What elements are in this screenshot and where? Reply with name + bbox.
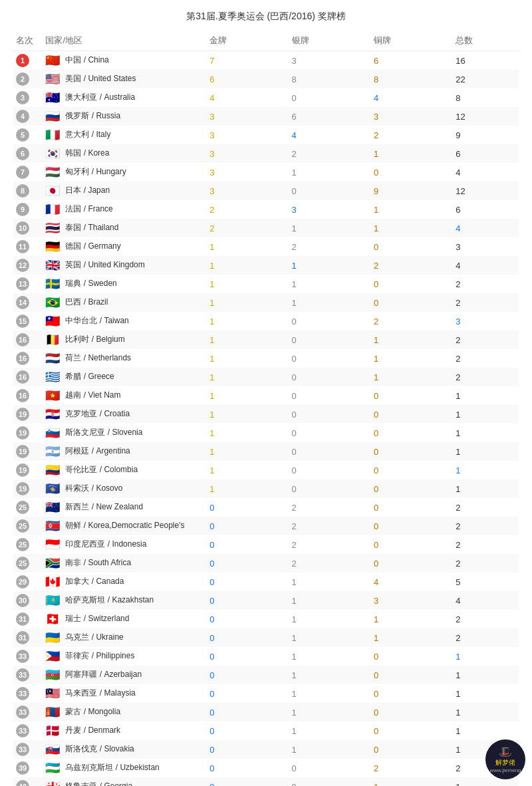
flag-icon: 🇺🇿 — [45, 763, 61, 773]
country-name: 阿根廷 / Argentina — [65, 446, 130, 457]
bronze-value: 0 — [371, 517, 453, 535]
flag-icon: 🇦🇷 — [45, 446, 61, 457]
country-name: 越南 / Viet Nam — [65, 390, 120, 401]
gold-value: 0 — [207, 759, 289, 777]
bronze-value: 2 — [371, 312, 453, 330]
medal-table: 名次 国家/地区 金牌 银牌 铜牌 总数 1🇨🇳中国 / China736162… — [13, 31, 519, 786]
flag-icon: 🇺🇦 — [45, 632, 61, 643]
gold-value: 1 — [207, 293, 289, 312]
silver-value: 1 — [289, 684, 371, 703]
bronze-value: 0 — [371, 554, 453, 573]
silver-value: 0 — [289, 88, 371, 107]
flag-icon: 🇻🇳 — [45, 390, 61, 401]
country-cell: 🇨🇳中国 / China — [43, 51, 207, 70]
country-name: 中华台北 / Taiwan — [65, 316, 128, 327]
country-cell: 🇿🇦南非 / South Africa — [43, 554, 207, 573]
flag-icon: 🇰🇵 — [45, 521, 61, 531]
rank-cell: 9 — [13, 200, 43, 219]
silver-value: 1 — [289, 628, 371, 647]
total-value: 1 — [453, 703, 519, 721]
total-value: 2 — [453, 498, 519, 517]
bronze-value: 3 — [371, 591, 453, 610]
table-row: 13🇸🇪瑞典 / Sweden1102 — [13, 275, 519, 293]
bronze-value: 1 — [371, 330, 453, 349]
country-cell: 🇬🇧英国 / United Kingdom — [43, 256, 207, 275]
country-name: 中国 / China — [65, 55, 108, 66]
country-name: 乌克兰 / Ukraine — [65, 632, 123, 643]
table-row: 3🇦🇺澳大利亚 / Australia4048 — [13, 88, 519, 107]
country-name: 巴西 / Brazil — [65, 297, 108, 308]
silver-value: 1 — [289, 666, 371, 684]
bronze-value: 0 — [371, 405, 453, 424]
gold-value: 0 — [207, 721, 289, 740]
silver-value: 2 — [289, 535, 371, 554]
table-row: 39🇺🇿乌兹别克斯坦 / Uzbekistan0022 — [13, 759, 519, 777]
gold-value: 4 — [207, 88, 289, 107]
gold-value: 1 — [207, 256, 289, 275]
country-cell: 🇺🇸美国 / United States — [43, 70, 207, 88]
total-value: 4 — [453, 256, 519, 275]
total-value: 1 — [453, 721, 519, 740]
country-cell: 🇳🇱荷兰 / Netherlands — [43, 349, 207, 368]
gold-value: 1 — [207, 386, 289, 405]
flag-icon: 🇺🇸 — [45, 74, 61, 84]
country-cell: 🇰🇷韩国 / Korea — [43, 144, 207, 163]
silver-value: 2 — [289, 517, 371, 535]
rank-cell: 19 — [13, 424, 43, 442]
bronze-value: 0 — [371, 647, 453, 666]
country-name: 澳大利亚 / Australia — [65, 92, 135, 103]
country-cell: 🇰🇿哈萨克斯坦 / Kazakhstan — [43, 591, 207, 610]
gold-value: 3 — [207, 144, 289, 163]
country-name: 美国 / United States — [65, 74, 136, 84]
country-cell: 🇮🇩印度尼西亚 / Indonesia — [43, 535, 207, 554]
gold-value: 0 — [207, 628, 289, 647]
country-cell: 🇽🇰科索沃 / Kosovo — [43, 479, 207, 498]
bronze-value: 1 — [371, 777, 453, 786]
flag-icon: 🇨🇴 — [45, 465, 61, 475]
rank-cell: 31 — [13, 628, 43, 647]
gold-value: 2 — [207, 200, 289, 219]
table-row: 9🇫🇷法国 / France2316 — [13, 200, 519, 219]
total-value: 22 — [453, 70, 519, 88]
country-cell: 🇩🇪德国 / Germany — [43, 237, 207, 256]
flag-icon: 🇨🇭 — [45, 614, 61, 624]
country-name: 丹麦 / Denmark — [65, 725, 120, 736]
flag-icon: 🇭🇷 — [45, 409, 61, 420]
country-name: 格鲁吉亚 / Georgia — [65, 781, 132, 786]
bronze-value: 0 — [371, 479, 453, 498]
country-name: 斯洛伐克 / Slovakia — [65, 744, 134, 755]
country-cell: 🇷🇺俄罗斯 / Russia — [43, 107, 207, 126]
silver-value: 0 — [289, 461, 371, 479]
total-value: 6 — [453, 144, 519, 163]
table-row: 19🇸🇮斯洛文尼亚 / Slovenia1001 — [13, 424, 519, 442]
rank-cell: 8 — [13, 182, 43, 200]
table-row: 31🇺🇦乌克兰 / Ukraine0112 — [13, 628, 519, 647]
table-row: 40🇬🇪格鲁吉亚 / Georgia0011 — [13, 777, 519, 786]
bronze-value: 9 — [371, 182, 453, 200]
bronze-value: 1 — [371, 200, 453, 219]
flag-icon: 🇬🇷 — [45, 372, 61, 382]
silver-value: 0 — [289, 442, 371, 461]
bronze-value: 0 — [371, 386, 453, 405]
silver-value: 2 — [289, 237, 371, 256]
total-value: 1 — [453, 442, 519, 461]
rank-cell: 7 — [13, 163, 43, 182]
country-name: 阿塞拜疆 / Azerbaijan — [65, 670, 142, 680]
rank-cell: 12 — [13, 256, 43, 275]
bronze-value: 0 — [371, 163, 453, 182]
rank-cell: 33 — [13, 721, 43, 740]
bronze-value: 2 — [371, 256, 453, 275]
gold-value: 1 — [207, 461, 289, 479]
rank-cell: 13 — [13, 275, 43, 293]
country-name: 荷兰 / Netherlands — [65, 353, 131, 364]
bronze-value: 0 — [371, 721, 453, 740]
total-value: 4 — [453, 163, 519, 182]
country-name: 印度尼西亚 / Indonesia — [65, 539, 146, 550]
total-value: 12 — [453, 182, 519, 200]
total-value: 2 — [453, 628, 519, 647]
total-value: 2 — [453, 368, 519, 386]
gold-value: 0 — [207, 535, 289, 554]
gold-value: 0 — [207, 498, 289, 517]
rank-cell: 40 — [13, 777, 43, 786]
table-row: 12🇬🇧英国 / United Kingdom1124 — [13, 256, 519, 275]
